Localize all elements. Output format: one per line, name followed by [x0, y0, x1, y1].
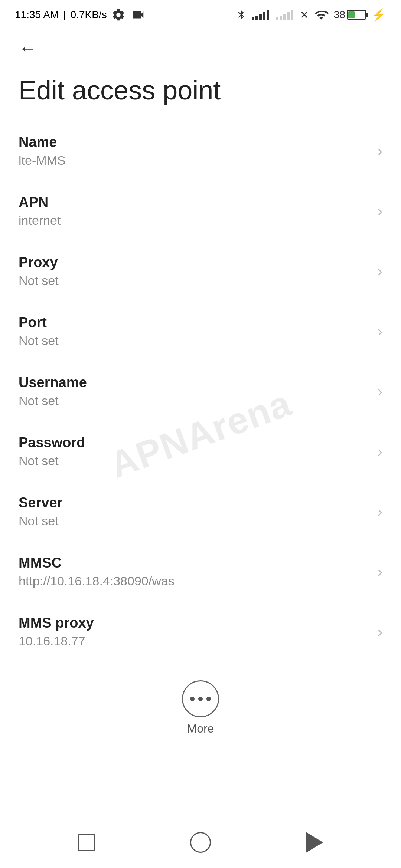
settings-item-content-mmsc: MMSC http://10.16.18.4:38090/was: [19, 555, 370, 588]
list-item-port[interactable]: Port Not set ›: [0, 301, 401, 361]
more-dots-icon: [190, 697, 211, 701]
list-item-mmsc[interactable]: MMSC http://10.16.18.4:38090/was ›: [0, 542, 401, 602]
settings-item-content-port: Port Not set: [19, 315, 370, 348]
status-right: ✕ 38 ⚡: [236, 8, 386, 22]
settings-value-server: Not set: [19, 514, 370, 528]
chevron-right-icon-apn: ›: [378, 203, 382, 220]
back-arrow-icon: ←: [19, 39, 37, 57]
page-title: Edit access point: [19, 74, 382, 106]
status-left: 11:35 AM | 0.7KB/s: [15, 8, 146, 22]
signal-bars-2: [276, 10, 293, 20]
time-display: 11:35 AM: [15, 9, 59, 21]
settings-value-mmsc: http://10.16.18.4:38090/was: [19, 574, 370, 588]
nav-home-button[interactable]: [186, 828, 215, 857]
page-title-section: Edit access point: [0, 67, 401, 121]
battery-fill: [348, 11, 355, 18]
nav-bar: [0, 816, 401, 868]
speed-display: |: [63, 9, 66, 21]
settings-label-mms-proxy: MMS proxy: [19, 615, 370, 631]
settings-value-name: lte-MMS: [19, 153, 370, 168]
wifi-icon: [314, 8, 329, 22]
chevron-right-icon-mmsc: ›: [378, 563, 382, 580]
settings-list: Name lte-MMS › APN internet › Proxy Not …: [0, 121, 401, 662]
battery-box: [347, 10, 366, 20]
settings-value-mms-proxy: 10.16.18.77: [19, 634, 370, 648]
nav-back-button[interactable]: [300, 828, 329, 857]
chevron-right-icon-mms-proxy: ›: [378, 624, 382, 640]
list-item-proxy[interactable]: Proxy Not set ›: [0, 241, 401, 301]
dot-1: [190, 697, 195, 701]
settings-item-content-apn: APN internet: [19, 194, 370, 228]
list-item-server[interactable]: Server Not set ›: [0, 481, 401, 542]
header: ←: [0, 30, 401, 67]
network-speed: 0.7KB/s: [71, 9, 107, 21]
recents-icon: [78, 834, 95, 851]
chevron-right-icon-proxy: ›: [378, 263, 382, 280]
settings-label-server: Server: [19, 495, 370, 511]
settings-label-proxy: Proxy: [19, 254, 370, 270]
bluetooth-icon: [236, 8, 247, 22]
bolt-icon: ⚡: [371, 8, 386, 22]
chevron-right-icon-username: ›: [378, 383, 382, 400]
settings-item-content-password: Password Not set: [19, 435, 370, 468]
battery-indicator: 38: [334, 9, 366, 21]
nav-recents-button[interactable]: [72, 828, 101, 857]
more-label: More: [187, 722, 214, 736]
home-icon: [190, 832, 211, 853]
settings-value-username: Not set: [19, 394, 370, 408]
chevron-right-icon-port: ›: [378, 323, 382, 340]
list-item-name[interactable]: Name lte-MMS ›: [0, 121, 401, 181]
list-item-apn[interactable]: APN internet ›: [0, 181, 401, 241]
settings-label-apn: APN: [19, 194, 370, 210]
settings-label-port: Port: [19, 315, 370, 331]
settings-label-password: Password: [19, 435, 370, 451]
settings-item-content-mms-proxy: MMS proxy 10.16.18.77: [19, 615, 370, 648]
settings-item-content-proxy: Proxy Not set: [19, 254, 370, 288]
settings-icon: [111, 8, 125, 22]
back-icon: [306, 832, 323, 853]
dot-3: [206, 697, 211, 701]
settings-value-proxy: Not set: [19, 273, 370, 288]
settings-label-name: Name: [19, 134, 370, 150]
list-item-mms-proxy[interactable]: MMS proxy 10.16.18.77 ›: [0, 602, 401, 662]
chevron-right-icon-server: ›: [378, 503, 382, 520]
no-signal-icon: ✕: [300, 9, 309, 21]
settings-label-username: Username: [19, 375, 370, 391]
settings-value-password: Not set: [19, 454, 370, 468]
more-button-section: More: [0, 669, 401, 747]
settings-label-mmsc: MMSC: [19, 555, 370, 571]
settings-value-port: Not set: [19, 333, 370, 348]
settings-item-content-server: Server Not set: [19, 495, 370, 528]
back-button[interactable]: ←: [15, 35, 41, 61]
list-item-password[interactable]: Password Not set ›: [0, 421, 401, 481]
list-item-username[interactable]: Username Not set ›: [0, 361, 401, 421]
chevron-right-icon-name: ›: [378, 143, 382, 160]
chevron-right-icon-password: ›: [378, 443, 382, 460]
settings-item-content-name: Name lte-MMS: [19, 134, 370, 168]
settings-value-apn: internet: [19, 213, 370, 228]
signal-bars-1: [252, 10, 269, 20]
dot-2: [198, 697, 203, 701]
settings-item-content-username: Username Not set: [19, 375, 370, 408]
status-bar: 11:35 AM | 0.7KB/s ✕: [0, 0, 401, 30]
more-button[interactable]: [182, 680, 219, 717]
camera-icon: [130, 8, 146, 22]
